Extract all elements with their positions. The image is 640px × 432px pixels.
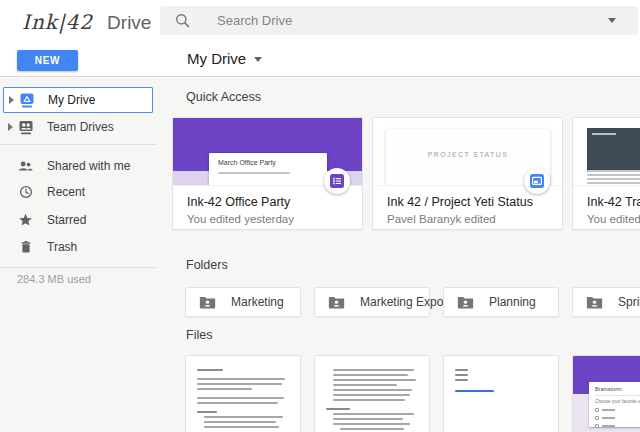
section-title-folders: Folders (186, 258, 228, 272)
chevron-down-icon (254, 57, 262, 62)
sidebar: My Drive Team Drives Shared with me Rece… (0, 77, 168, 432)
main-content: Quick Access March Office Party Ink-42 O… (170, 77, 640, 432)
star-icon (18, 213, 33, 228)
file-card-document-3[interactable] (443, 355, 559, 432)
document-thumbnail (444, 356, 558, 408)
sidebar-item-label: Recent (47, 185, 85, 199)
app-logo[interactable]: Ink|42 Drive (22, 10, 151, 34)
sidebar-item-trash[interactable]: Trash (3, 234, 153, 260)
hyperlink-line (455, 390, 494, 392)
search-bar[interactable] (160, 6, 638, 35)
forms-file-badge-icon (324, 168, 350, 194)
shared-folder-icon (328, 295, 345, 309)
file-subtitle: Pavel Baranyk edited (387, 213, 548, 225)
folder-card-planning[interactable]: Planning (443, 287, 559, 317)
folder-name: Planning (489, 295, 536, 309)
brand-logo-text: Ink|42 (22, 10, 93, 34)
file-thumbnail (573, 118, 640, 186)
slides-file-badge-icon (524, 168, 550, 194)
sidebar-item-label: Trash (47, 240, 77, 254)
document-thumbnail (186, 356, 300, 432)
file-card-form-brainstorm[interactable]: Brainstorm Choose your favorite options (572, 355, 640, 432)
folder-name: Marketing (231, 295, 284, 309)
form-thumbnail: Brainstorm Choose your favorite options (573, 356, 640, 432)
thumb-slide-title: PROJECT STATUS (386, 151, 550, 158)
sidebar-item-label: Shared with me (47, 159, 130, 173)
file-card-document-2[interactable] (314, 355, 430, 432)
sidebar-item-my-drive[interactable]: My Drive (3, 87, 153, 113)
shared-folder-icon (586, 295, 603, 309)
product-name: Drive (107, 12, 151, 34)
section-title-quick-access: Quick Access (186, 90, 261, 104)
sidebar-item-shared-with-me[interactable]: Shared with me (3, 153, 153, 179)
file-title: Ink-42 Training (587, 195, 640, 209)
shared-folder-icon (457, 295, 474, 309)
file-title: Ink-42 Office Party (187, 195, 348, 209)
top-bar: Ink|42 Drive NEW My Drive (0, 0, 640, 77)
folder-card-marketing-expo[interactable]: Marketing Expo (314, 287, 430, 317)
quick-access-card-office-party[interactable]: March Office Party Ink-42 Office Party Y… (172, 117, 363, 230)
sidebar-item-team-drives[interactable]: Team Drives (3, 114, 153, 140)
search-options-caret-icon[interactable] (608, 18, 616, 23)
sidebar-divider (0, 144, 156, 145)
team-drives-icon (18, 120, 33, 135)
sidebar-item-starred[interactable]: Starred (3, 207, 153, 233)
expand-caret-icon[interactable] (9, 96, 14, 104)
checkbox-icon (595, 416, 599, 420)
checkbox-icon (595, 408, 599, 412)
form-title: Brainstorm (595, 386, 640, 392)
sidebar-item-label: My Drive (48, 93, 95, 107)
quick-access-card-training[interactable]: Ink-42 Training You edited at s (572, 117, 640, 230)
file-subtitle: You edited yesterday (187, 213, 348, 225)
folder-name: Marketing Expo (360, 295, 443, 309)
section-title-files: Files (186, 328, 212, 342)
drive-icon (19, 93, 34, 108)
folder-name: Spring ' (618, 295, 640, 309)
checkbox-icon (595, 424, 599, 428)
location-heading[interactable]: My Drive (187, 50, 262, 67)
storage-used-text: 284.3 MB used (17, 273, 91, 285)
search-input[interactable] (217, 13, 608, 28)
file-subtitle: You edited at s (587, 213, 640, 225)
expand-caret-icon[interactable] (8, 123, 13, 131)
sidebar-item-label: Team Drives (47, 120, 114, 134)
clock-icon (18, 185, 33, 200)
folder-card-marketing[interactable]: Marketing (185, 287, 301, 317)
file-title: Ink 42 / Project Yeti Status (387, 195, 548, 209)
people-icon (18, 159, 33, 174)
quick-access-card-project-yeti[interactable]: PROJECT STATUS Ink 42 / Project Yeti Sta… (372, 117, 563, 230)
sidebar-divider (0, 267, 156, 268)
folder-card-spring[interactable]: Spring ' (572, 287, 640, 317)
sidebar-item-label: Starred (47, 213, 86, 227)
sidebar-item-recent[interactable]: Recent (3, 179, 153, 205)
search-icon (175, 13, 190, 28)
shared-folder-icon (199, 295, 216, 309)
new-button[interactable]: NEW (17, 50, 78, 71)
drive-app-window: Ink|42 Drive NEW My Drive My Drive (0, 0, 640, 432)
form-subtitle: Choose your favorite options (595, 399, 640, 404)
thumb-form-title: March Office Party (218, 159, 318, 166)
file-card-document-1[interactable] (185, 355, 301, 432)
location-title: My Drive (187, 50, 246, 67)
trash-icon (18, 240, 33, 255)
document-thumbnail (315, 356, 429, 432)
